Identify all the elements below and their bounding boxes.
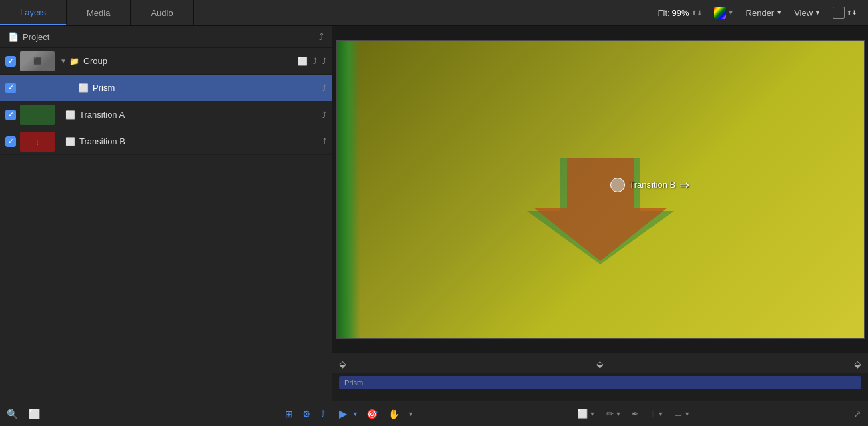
chevron-down-icon: ▼	[815, 9, 821, 16]
layer-name-trans-a: Transition A	[79, 110, 322, 120]
layers-list: ⬛ ▼ 📁 Group ⬜ ⤴ ⤴ ⬜ Prism ⤴	[0, 48, 332, 401]
top-bar: Layers Media Audio Fit: 99% ⬆⬇ ▼ Render …	[0, 0, 868, 26]
layout-button[interactable]: ⬆⬇	[829, 5, 861, 20]
timeline-clip[interactable]: Prism	[339, 376, 861, 389]
layer-options-icon[interactable]: ⤴	[322, 137, 326, 146]
pen-tool-button[interactable]: ✒	[628, 407, 642, 420]
layer-row-transition-a[interactable]: ⬜ Transition A ⤴	[0, 101, 332, 128]
rect-tool-button[interactable]: ⬜ ▼	[574, 407, 599, 420]
color-swatch	[714, 7, 726, 19]
project-header-left: 📄 Project	[8, 32, 49, 42]
brush-tool-icon: ✏	[606, 409, 614, 419]
playhead-start-marker[interactable]: ⬙	[339, 359, 346, 369]
playhead-mid-marker[interactable]: ⬙	[596, 359, 604, 369]
layer-name-prism: Prism	[93, 83, 322, 93]
layer-thumb-trans-b: ↓	[20, 132, 55, 152]
playback-controls: ▶ ▼ 🎯 ✋ ▼ ⬜ ▼ ✏ ▼ ✒ T ▼	[332, 401, 868, 426]
chevron-updown-icon: ⬆⬇	[847, 9, 857, 16]
text-tool-button[interactable]: T ▼	[646, 407, 667, 420]
fit-value: 99%	[672, 8, 689, 18]
expand-group-icon[interactable]: ▼	[60, 57, 67, 65]
fit-label: Fit:	[658, 8, 670, 18]
layer-row-group[interactable]: ⬛ ▼ 📁 Group ⬜ ⤴ ⤴	[0, 48, 332, 75]
arrange-icon[interactable]: ⬜	[29, 409, 40, 419]
tool-group: ⬜ ▼ ✏ ▼ ✒ T ▼ ▭ ▼	[574, 407, 694, 420]
layers-panel: 📄 Project ⤴ ⬛ ▼ 📁 Group ⬜ ⤴ ⤴	[0, 26, 332, 426]
svg-marker-1	[534, 158, 667, 261]
fullscreen-icon[interactable]: ⤢	[853, 409, 861, 419]
left-bottom-actions: ⊞ ⚙ ⤴	[285, 409, 325, 419]
timeline-track: Prism	[332, 373, 868, 392]
layer-checkbox-group[interactable]	[5, 56, 16, 67]
hand-tool-icon[interactable]: ✋	[386, 407, 402, 421]
search-icon[interactable]: 🔍	[7, 409, 18, 419]
green-strip	[337, 41, 360, 338]
canvas-label-text: Transition B	[629, 180, 675, 190]
timeline-clip-name: Prism	[344, 379, 363, 387]
layer-checkbox-prism[interactable]	[5, 83, 16, 93]
left-panel-toolbar: 🔍 ⬜ ⊞ ⚙ ⤴	[0, 401, 332, 426]
group-icon: 📁	[69, 57, 79, 66]
render-button[interactable]: Render ▼	[742, 7, 787, 19]
settings-icon[interactable]: ⚙	[302, 409, 311, 419]
layer-hide-icon[interactable]: ⤴	[322, 57, 326, 66]
preview-canvas: Transition B ⇒	[337, 41, 864, 338]
layer-actions-prism: ⤴	[322, 83, 326, 93]
view-button[interactable]: View ▼	[790, 7, 825, 19]
layer-name-trans-b: Transition B	[79, 136, 322, 146]
pen-tool-icon: ✒	[632, 409, 639, 419]
shape-tool-button[interactable]: ▭ ▼	[671, 407, 693, 420]
project-options-icon[interactable]: ⤴	[319, 31, 324, 42]
layer-row-prism[interactable]: ⬜ Prism ⤴	[0, 75, 332, 101]
anchor-tool-icon[interactable]: 🎯	[364, 407, 380, 421]
play-button[interactable]: ▶	[339, 407, 347, 420]
layer-checkbox-trans-b[interactable]	[5, 136, 16, 147]
canvas-arrow-icon: ⇒	[679, 178, 689, 192]
color-picker-button[interactable]: ▼	[710, 5, 738, 20]
shape-tool-chevron: ▼	[684, 411, 690, 417]
layer-thumb-group: ⬛	[20, 51, 55, 71]
project-header: 📄 Project ⤴	[0, 26, 332, 48]
canvas-arrow-svg	[527, 158, 674, 264]
grid-icon[interactable]: ⊞	[285, 409, 293, 419]
play-chevron[interactable]: ▼	[352, 411, 358, 417]
rect-tool-icon: ⬜	[577, 409, 588, 419]
hand-chevron[interactable]: ▼	[408, 411, 414, 417]
timeline-ruler: ⬙ ⬙ ⬙	[332, 353, 868, 373]
export-icon[interactable]: ⤴	[320, 409, 325, 419]
layer-row-transition-b[interactable]: ↓ ⬜ Transition B ⤴	[0, 128, 332, 155]
trans-b-circle	[610, 178, 625, 192]
text-tool-chevron: ▼	[657, 411, 663, 417]
tab-media[interactable]: Media	[67, 0, 131, 25]
transition-b-icon: ⬜	[65, 137, 75, 146]
canvas-area: Transition B ⇒	[332, 26, 868, 353]
rect-tool-chevron: ▼	[590, 411, 596, 417]
document-icon: 📄	[8, 32, 19, 42]
layer-options-icon[interactable]: ⤴	[322, 83, 326, 93]
timeline-area: ⬙ ⬙ ⬙ Prism	[332, 353, 868, 401]
brush-tool-button[interactable]: ✏ ▼	[603, 407, 625, 420]
layer-options-icon[interactable]: ⤴	[322, 110, 326, 120]
fit-control: Fit: 99% ⬆⬇	[654, 7, 706, 19]
tab-audio[interactable]: Audio	[131, 0, 193, 25]
layer-actions-trans-b: ⤴	[322, 137, 326, 146]
fit-stepper-icon[interactable]: ⬆⬇	[691, 9, 702, 17]
main-area: 📄 Project ⤴ ⬛ ▼ 📁 Group ⬜ ⤴ ⤴	[0, 26, 868, 426]
layer-actions-trans-a: ⤴	[322, 110, 326, 120]
right-panel: Transition B ⇒ ⬙ ⬙ ⬙ Prism ▶	[332, 26, 868, 426]
layer-checkbox-trans-a[interactable]	[5, 110, 16, 120]
layer-actions-group: ⬜ ⤴ ⤴	[298, 57, 326, 66]
arrow-down-icon: ↓	[35, 136, 40, 147]
project-name: Project	[23, 32, 49, 42]
brush-tool-chevron: ▼	[616, 411, 622, 417]
layout-icon	[833, 7, 845, 19]
layer-name-group: Group	[83, 56, 298, 66]
shape-tool-icon: ▭	[674, 409, 682, 419]
transition-b-label: Transition B ⇒	[610, 178, 689, 192]
layer-action-icon[interactable]: ⬜	[298, 57, 308, 66]
prism-icon: ⬜	[79, 83, 89, 93]
tab-layers[interactable]: Layers	[0, 0, 67, 25]
text-tool-icon: T	[650, 409, 655, 419]
layer-lock-icon[interactable]: ⤴	[313, 57, 317, 66]
playhead-end-marker[interactable]: ⬙	[854, 359, 861, 369]
